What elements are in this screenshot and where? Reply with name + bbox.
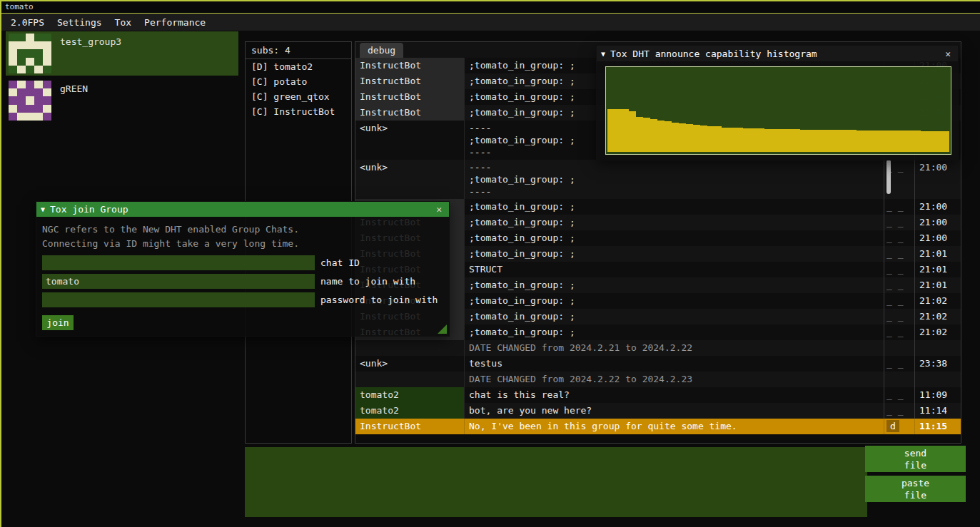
- join-window-title: Tox join Group: [50, 204, 128, 215]
- histogram-bar: [814, 130, 822, 152]
- member-item[interactable]: [C] green_qtox: [246, 89, 351, 104]
- member-item[interactable]: [C] potato: [246, 74, 351, 89]
- member-list: [D] tomato2[C] potato[C] green_qtox[C] I…: [246, 59, 351, 119]
- histogram-bar: [722, 128, 729, 153]
- chat-message: ---- ;tomato_in_group: ; ----: [465, 160, 884, 199]
- chat-time: 23:38: [914, 356, 961, 372]
- chat-time: 21:00: [914, 215, 961, 230]
- close-icon[interactable]: ✕: [942, 48, 954, 59]
- collapse-icon[interactable]: ▼: [41, 205, 45, 213]
- member-item[interactable]: [C] InstructBot: [246, 104, 351, 119]
- histogram-bar: [736, 128, 743, 153]
- chat-status: _ _: [884, 277, 914, 293]
- group-avatar: [9, 81, 51, 121]
- app-window: tomato 2.0FPS Settings Tox Performance t…: [0, 0, 980, 527]
- chat-status: _ _: [884, 215, 914, 230]
- group-name: test_group3: [60, 34, 121, 47]
- histogram-bars: [607, 70, 949, 152]
- chat-message: testus: [465, 356, 884, 372]
- sidebar-group-test_group3[interactable]: test_group3: [6, 31, 238, 76]
- join-field-row: name to join with: [42, 274, 443, 289]
- chat-status: _ _: [884, 324, 914, 340]
- chat-row[interactable]: <unk>testus_ _23:38: [355, 356, 961, 372]
- histogram-bar: [842, 130, 849, 152]
- histogram-bar: [636, 117, 643, 152]
- chat-row[interactable]: tomato2bot, are you new here?_ _11:14: [355, 403, 961, 419]
- chat-sender: <unk>: [355, 121, 465, 160]
- histogram-bar: [707, 126, 714, 152]
- member-item[interactable]: [D] tomato2: [246, 59, 351, 74]
- histogram-bar: [672, 123, 679, 152]
- histogram-bar: [607, 109, 615, 152]
- histogram-bar: [629, 111, 636, 153]
- histogram-bar: [714, 126, 722, 152]
- join-field-label: name to join with: [320, 276, 415, 287]
- histogram-bar: [764, 129, 772, 152]
- menu-fps[interactable]: 2.0FPS: [4, 16, 51, 29]
- tab-debug[interactable]: debug: [360, 43, 403, 58]
- chat-time: 21:00: [914, 199, 961, 215]
- chat-sender: <unk>: [355, 356, 465, 372]
- join-field-0[interactable]: [42, 255, 315, 270]
- chat-status: _ _: [884, 309, 914, 324]
- join-button[interactable]: join: [42, 315, 74, 330]
- chat-input[interactable]: [245, 447, 867, 517]
- chat-row[interactable]: tomato2chat is this real?_ _11:09: [355, 387, 961, 403]
- chat-time: 21:02: [914, 293, 961, 309]
- chat-time: 21:01: [914, 262, 961, 277]
- close-icon[interactable]: ✕: [433, 204, 445, 215]
- histogram-bar: [942, 131, 949, 152]
- chat-status: _ _: [884, 403, 914, 419]
- window-title: tomato: [5, 2, 34, 11]
- histogram-window-title: Tox DHT announce capability histogram: [610, 48, 817, 59]
- chat-system-row[interactable]: DATE CHANGED from 2024.2.21 to 2024.2.22: [355, 340, 961, 356]
- send-file-button[interactable]: send file: [865, 446, 966, 472]
- members-header: subs: 4: [246, 42, 351, 59]
- chat-message: No, I've been in this group for quite so…: [465, 419, 884, 434]
- chat-message: ;tomato_in_group: ;: [465, 199, 884, 215]
- chat-sender: InstructBot: [355, 89, 465, 105]
- histogram-bar: [615, 109, 622, 152]
- histogram-bar: [650, 119, 657, 152]
- join-field-2[interactable]: [42, 292, 315, 307]
- sidebar-group-gREEN[interactable]: gREEN: [6, 78, 238, 123]
- histogram-bar: [906, 131, 914, 152]
- collapse-icon[interactable]: ▼: [601, 50, 605, 58]
- chat-sender: tomato2: [355, 403, 465, 419]
- join-group-window: ▼ Tox join Group ✕ NGC refers to the New…: [36, 201, 450, 337]
- resize-grip-icon[interactable]: [438, 324, 447, 334]
- chat-system-row[interactable]: DATE CHANGED from 2024.2.22 to 2024.2.23: [355, 372, 961, 387]
- menu-settings[interactable]: Settings: [51, 16, 108, 29]
- chat-message: ;tomato_in_group: ;: [465, 293, 884, 309]
- chat-message: DATE CHANGED from 2024.2.21 to 2024.2.22: [465, 340, 884, 356]
- paste-file-button[interactable]: paste file: [865, 476, 966, 502]
- chat-sender: InstructBot: [355, 419, 465, 434]
- chat-message: STRUCT: [465, 262, 884, 277]
- histogram-window-title-bar[interactable]: ▼ Tox DHT announce capability histogram …: [597, 46, 958, 61]
- chat-time: 21:01: [914, 277, 961, 293]
- chat-message: ;tomato_in_group: ;: [465, 230, 884, 246]
- histogram-bar: [864, 131, 871, 152]
- menu-performance[interactable]: Performance: [138, 16, 212, 29]
- join-description-line1: NGC refers to the New DHT enabled Group …: [42, 222, 443, 237]
- histogram-bar: [665, 121, 672, 152]
- chat-row[interactable]: <unk>---- ;tomato_in_group: ; ----_ _21:…: [355, 160, 961, 199]
- histogram-bar: [772, 129, 779, 152]
- chat-scrollbar-thumb[interactable]: [886, 160, 891, 194]
- join-window-title-bar[interactable]: ▼ Tox join Group ✕: [36, 202, 449, 217]
- histogram-bar: [622, 109, 629, 152]
- histogram-bar: [871, 131, 878, 152]
- chat-row[interactable]: InstructBotNo, I've been in this group f…: [355, 419, 961, 434]
- chat-time: 21:00: [914, 160, 961, 199]
- join-window-body: NGC refers to the New DHT enabled Group …: [36, 217, 449, 336]
- menu-tox[interactable]: Tox: [108, 16, 138, 29]
- join-field-1[interactable]: [42, 274, 315, 289]
- join-field-label: password to join with: [320, 295, 438, 305]
- histogram-bar: [921, 131, 928, 152]
- chat-status: _ _: [884, 262, 914, 277]
- title-bar[interactable]: tomato: [1, 1, 980, 14]
- histogram-bar: [892, 131, 899, 152]
- chat-message: ;tomato_in_group: ;: [465, 246, 884, 262]
- chat-status: _ _: [884, 246, 914, 262]
- chat-status: _ _: [884, 387, 914, 403]
